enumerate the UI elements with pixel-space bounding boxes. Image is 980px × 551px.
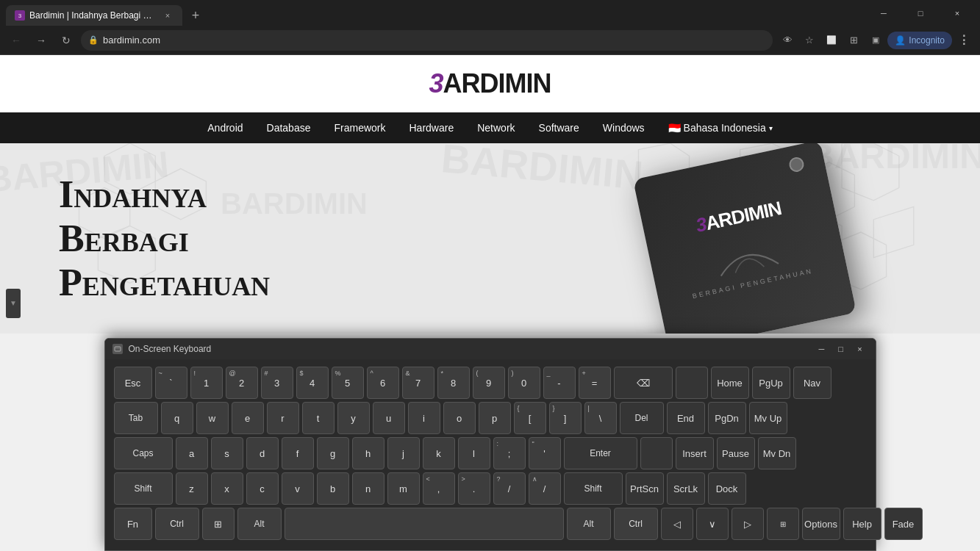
forward-button[interactable]: → [31, 30, 51, 51]
key-o[interactable]: o [443, 402, 476, 434]
key-win[interactable]: ⊞ [202, 508, 235, 540]
back-button[interactable]: ← [6, 30, 26, 51]
profile-button[interactable]: 👤 Incognito [887, 32, 952, 49]
key-7[interactable]: &7 [402, 367, 434, 399]
star-icon[interactable]: ☆ [799, 30, 820, 51]
key-pgup[interactable]: PgUp [752, 367, 790, 399]
nav-android[interactable]: Android [207, 122, 243, 134]
key-backslash[interactable]: |\ [584, 402, 617, 434]
key-space[interactable] [285, 508, 564, 540]
key-slash[interactable]: ?/ [493, 472, 526, 505]
key-f[interactable]: f [282, 437, 314, 469]
key-equals[interactable]: += [579, 367, 611, 399]
key-m[interactable]: m [387, 472, 420, 505]
privacy-icon[interactable]: 👁 [777, 30, 798, 51]
key-4[interactable]: $4 [296, 367, 329, 399]
key-rbracket[interactable]: }] [549, 402, 582, 434]
key-d[interactable]: d [246, 437, 279, 469]
nav-framework[interactable]: Framework [334, 122, 385, 134]
key-minus[interactable]: _- [543, 367, 576, 399]
key-rctrl[interactable]: Ctrl [614, 508, 658, 540]
key-esc[interactable]: Esc [114, 367, 152, 399]
key-e[interactable]: e [232, 402, 264, 434]
key-3[interactable]: #3 [261, 367, 293, 399]
key-r[interactable]: r [267, 402, 299, 434]
key-r3-blank[interactable] [640, 437, 673, 469]
key-1[interactable]: !1 [190, 367, 223, 399]
key-home[interactable]: Home [711, 367, 749, 399]
key-u[interactable]: u [373, 402, 405, 434]
key-y[interactable]: y [337, 402, 370, 434]
nav-database[interactable]: Database [267, 122, 311, 134]
key-fade[interactable]: Fade [884, 508, 923, 540]
key-t[interactable]: t [302, 402, 335, 434]
more-options-button[interactable]: ⋮ [954, 30, 974, 51]
key-r1-blank[interactable] [676, 367, 708, 399]
key-pause[interactable]: Pause [717, 437, 755, 469]
key-left-arrow[interactable]: ◁ [661, 508, 693, 540]
key-up-arrow-area[interactable]: ∧/ [529, 472, 561, 505]
maximize-button[interactable]: □ [904, 2, 937, 24]
nav-windows[interactable]: Windows [603, 122, 645, 134]
key-2[interactable]: @2 [226, 367, 258, 399]
key-r5-blank[interactable]: ⊞ [767, 508, 799, 540]
screenshot-icon[interactable]: ⬜ [821, 30, 842, 51]
key-backspace[interactable]: ⌫ [614, 367, 673, 399]
refresh-button[interactable]: ↻ [56, 30, 76, 51]
key-options[interactable]: Options [802, 508, 840, 540]
new-tab-button[interactable]: + [185, 5, 206, 26]
key-period[interactable]: >. [458, 472, 490, 505]
key-scrlk[interactable]: ScrLk [667, 472, 705, 505]
key-del[interactable]: Del [620, 402, 664, 434]
key-right-arrow[interactable]: ▷ [732, 508, 764, 540]
key-q[interactable]: q [161, 402, 193, 434]
key-nav[interactable]: Nav [793, 367, 831, 399]
key-p[interactable]: p [479, 402, 511, 434]
lang-button[interactable]: 🇮🇩 Bahasa Indonesia ▾ [668, 122, 773, 134]
key-l[interactable]: l [458, 437, 490, 469]
osk-maximize-button[interactable]: □ [833, 342, 849, 356]
key-c[interactable]: c [246, 472, 279, 505]
browser-tab-active[interactable]: 3 Bardimin | Indahnya Berbagi Pe... × [6, 5, 182, 26]
key-rshift[interactable]: Shift [564, 472, 623, 505]
collections-icon[interactable]: ⊞ [843, 30, 864, 51]
osk-minimize-button[interactable]: ─ [814, 342, 830, 356]
key-semicolon[interactable]: :; [493, 437, 526, 469]
scroll-arrow[interactable]: ▼ [6, 289, 21, 318]
key-w[interactable]: w [196, 402, 229, 434]
key-h[interactable]: h [352, 437, 385, 469]
key-lalt[interactable]: Alt [237, 508, 282, 540]
split-icon[interactable]: ▣ [865, 30, 886, 51]
nav-software[interactable]: Software [539, 122, 579, 134]
key-down-arrow[interactable]: ∨ [696, 508, 729, 540]
key-n[interactable]: n [352, 472, 385, 505]
key-8[interactable]: *8 [437, 367, 470, 399]
close-window-button[interactable]: × [940, 2, 974, 24]
key-backtick[interactable]: ~` [155, 367, 187, 399]
key-0[interactable]: )0 [508, 367, 540, 399]
tab-close-button[interactable]: × [162, 10, 174, 21]
key-k[interactable]: k [423, 437, 455, 469]
key-dock[interactable]: Dock [708, 472, 746, 505]
key-enter[interactable]: Enter [564, 437, 637, 469]
key-6[interactable]: ^6 [367, 367, 399, 399]
key-b[interactable]: b [317, 472, 349, 505]
key-5[interactable]: %5 [332, 367, 364, 399]
key-mvup[interactable]: Mv Up [749, 402, 787, 434]
key-lshift[interactable]: Shift [114, 472, 173, 505]
key-z[interactable]: z [176, 472, 208, 505]
key-prtscn[interactable]: PrtScn [626, 472, 664, 505]
key-comma[interactable]: <, [423, 472, 455, 505]
key-x[interactable]: x [211, 472, 243, 505]
key-lbracket[interactable]: {[ [514, 402, 546, 434]
key-v[interactable]: v [282, 472, 314, 505]
key-j[interactable]: j [387, 437, 420, 469]
key-a[interactable]: a [176, 437, 208, 469]
key-mvdn[interactable]: Mv Dn [758, 437, 796, 469]
key-caps[interactable]: Caps [114, 437, 173, 469]
key-s[interactable]: s [211, 437, 243, 469]
key-quote[interactable]: "' [529, 437, 561, 469]
address-bar[interactable]: 🔒 bardimin.com [81, 30, 773, 51]
key-fn[interactable]: Fn [114, 508, 152, 540]
key-lctrl[interactable]: Ctrl [155, 508, 199, 540]
